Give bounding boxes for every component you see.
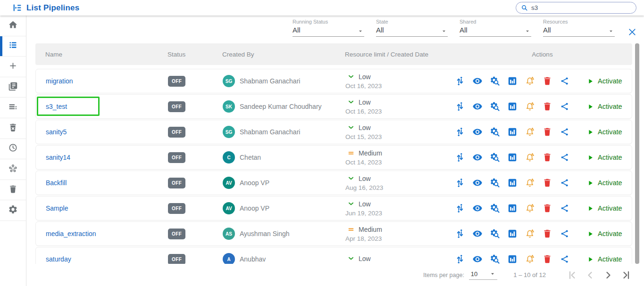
analytics-icon[interactable] bbox=[507, 101, 518, 112]
view-icon[interactable] bbox=[472, 254, 483, 264]
sidebar-item-add-pipeline[interactable] bbox=[0, 57, 26, 77]
alerts-icon[interactable] bbox=[525, 178, 535, 188]
filter-resources[interactable]: ResourcesAll bbox=[543, 19, 615, 37]
pipeline-name-link[interactable]: Sample bbox=[46, 204, 68, 212]
transfer-icon[interactable] bbox=[455, 101, 465, 112]
activate-button[interactable]: Activate bbox=[587, 204, 622, 212]
first-page-button[interactable] bbox=[567, 270, 578, 281]
transfer-icon[interactable] bbox=[455, 152, 465, 163]
analytics-icon[interactable] bbox=[507, 203, 518, 213]
settings-search-icon[interactable] bbox=[490, 127, 500, 137]
delete-icon[interactable] bbox=[542, 101, 552, 112]
filter-shared[interactable]: SharedAll bbox=[460, 19, 531, 37]
share-icon[interactable] bbox=[560, 203, 570, 213]
transfer-icon[interactable] bbox=[455, 127, 465, 137]
activate-button[interactable]: Activate bbox=[587, 154, 622, 161]
activate-button[interactable]: Activate bbox=[587, 179, 622, 187]
pipeline-name-link[interactable]: Backfill bbox=[46, 179, 67, 187]
settings-search-icon[interactable] bbox=[490, 152, 500, 163]
activate-button[interactable]: Activate bbox=[587, 128, 622, 136]
analytics-icon[interactable] bbox=[507, 152, 518, 163]
delete-icon[interactable] bbox=[542, 76, 552, 86]
search-input[interactable] bbox=[531, 4, 626, 11]
delete-icon[interactable] bbox=[542, 203, 552, 213]
sidebar-item-settings[interactable] bbox=[0, 200, 26, 221]
status-badge[interactable]: OFF bbox=[168, 203, 185, 214]
status-badge[interactable]: OFF bbox=[168, 127, 185, 138]
pipeline-name-link[interactable]: saturday bbox=[46, 255, 71, 263]
view-icon[interactable] bbox=[472, 76, 483, 86]
analytics-icon[interactable] bbox=[507, 178, 518, 188]
pipeline-name-link[interactable]: migration bbox=[46, 77, 73, 85]
sidebar-item-pipelines-list[interactable] bbox=[0, 36, 26, 57]
settings-search-icon[interactable] bbox=[490, 203, 500, 213]
close-filters-icon[interactable] bbox=[627, 27, 637, 37]
filter-selected-value[interactable]: All bbox=[460, 26, 531, 37]
filter-selected-value[interactable]: All bbox=[376, 26, 448, 37]
vertical-scrollbar[interactable] bbox=[635, 43, 639, 264]
sidebar-item-list-details[interactable] bbox=[0, 98, 26, 118]
settings-search-icon[interactable] bbox=[490, 101, 500, 112]
pipeline-name-link[interactable]: s3_test bbox=[46, 103, 67, 110]
status-badge[interactable]: OFF bbox=[168, 254, 185, 264]
analytics-icon[interactable] bbox=[507, 76, 518, 86]
activate-button[interactable]: Activate bbox=[587, 77, 622, 85]
status-badge[interactable]: OFF bbox=[168, 101, 185, 112]
transfer-icon[interactable] bbox=[455, 76, 465, 86]
filter-selected-value[interactable]: All bbox=[543, 26, 615, 37]
activate-button[interactable]: Activate bbox=[587, 230, 622, 237]
settings-search-icon[interactable] bbox=[490, 178, 500, 188]
alerts-icon[interactable] bbox=[525, 229, 535, 239]
delete-icon[interactable] bbox=[542, 229, 552, 239]
transfer-icon[interactable] bbox=[455, 178, 465, 188]
status-badge[interactable]: OFF bbox=[168, 178, 185, 188]
items-per-page-select[interactable]: 10 bbox=[469, 270, 497, 280]
share-icon[interactable] bbox=[560, 254, 570, 264]
share-icon[interactable] bbox=[560, 229, 570, 239]
transfer-icon[interactable] bbox=[455, 203, 465, 213]
view-icon[interactable] bbox=[472, 101, 483, 112]
transfer-icon[interactable] bbox=[455, 254, 465, 264]
delete-icon[interactable] bbox=[542, 127, 552, 137]
pipeline-name-link[interactable]: media_extraction bbox=[46, 230, 96, 237]
sidebar-item-history[interactable] bbox=[0, 139, 26, 160]
sidebar-item-trash[interactable] bbox=[0, 180, 26, 201]
next-page-button[interactable] bbox=[602, 270, 614, 281]
alerts-icon[interactable] bbox=[525, 254, 535, 264]
view-icon[interactable] bbox=[472, 229, 483, 239]
sidebar-item-library[interactable] bbox=[0, 77, 26, 98]
alerts-icon[interactable] bbox=[525, 203, 535, 213]
activate-button[interactable]: Activate bbox=[587, 103, 622, 110]
filter-running-status[interactable]: Running StatusAll bbox=[293, 19, 364, 37]
share-icon[interactable] bbox=[560, 127, 570, 137]
status-badge[interactable]: OFF bbox=[168, 152, 185, 163]
settings-search-icon[interactable] bbox=[490, 229, 500, 239]
status-badge[interactable]: OFF bbox=[168, 76, 185, 87]
status-badge[interactable]: OFF bbox=[168, 229, 185, 239]
share-icon[interactable] bbox=[560, 178, 570, 188]
alerts-icon[interactable] bbox=[525, 127, 535, 137]
view-icon[interactable] bbox=[472, 178, 483, 188]
view-icon[interactable] bbox=[472, 203, 483, 213]
filter-selected-value[interactable]: All bbox=[293, 26, 364, 37]
analytics-icon[interactable] bbox=[507, 254, 518, 264]
sidebar-item-home[interactable] bbox=[0, 16, 26, 36]
filter-state[interactable]: StateAll bbox=[376, 19, 448, 37]
analytics-icon[interactable] bbox=[507, 229, 518, 239]
activate-button[interactable]: Activate bbox=[587, 255, 622, 263]
sidebar-item-delete-x[interactable] bbox=[0, 118, 26, 139]
pipeline-name-link[interactable]: sanity5 bbox=[46, 128, 67, 136]
pipeline-name-link[interactable]: sanity14 bbox=[46, 154, 70, 161]
share-icon[interactable] bbox=[560, 76, 570, 86]
transfer-icon[interactable] bbox=[455, 229, 465, 239]
view-icon[interactable] bbox=[472, 152, 483, 163]
settings-search-icon[interactable] bbox=[490, 76, 500, 86]
last-page-button[interactable] bbox=[620, 270, 632, 281]
previous-page-button[interactable] bbox=[585, 270, 596, 281]
settings-search-icon[interactable] bbox=[490, 254, 500, 264]
alerts-icon[interactable] bbox=[525, 101, 535, 112]
sidebar-item-hub[interactable] bbox=[0, 159, 26, 180]
delete-icon[interactable] bbox=[542, 152, 552, 163]
delete-icon[interactable] bbox=[542, 254, 552, 264]
search-box[interactable] bbox=[516, 2, 636, 14]
